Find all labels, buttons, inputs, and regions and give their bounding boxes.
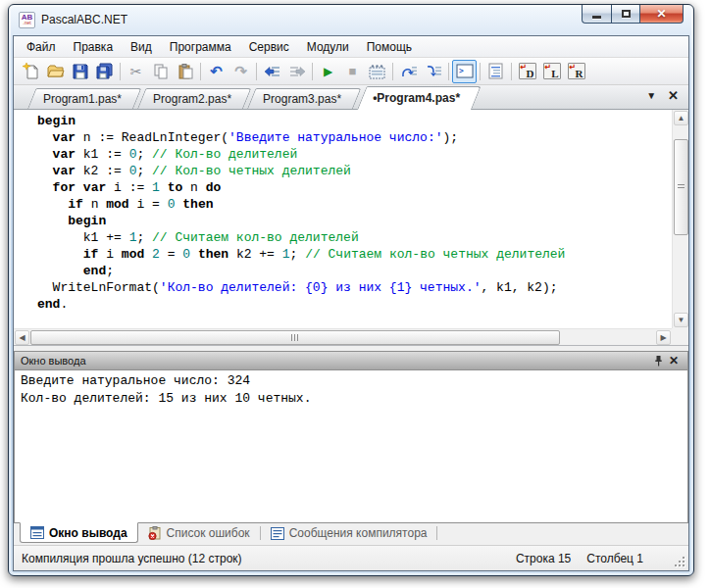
menu-help[interactable]: Помощь bbox=[358, 37, 421, 57]
menu-edit[interactable]: Правка bbox=[65, 37, 123, 57]
toolbar-separator bbox=[312, 63, 313, 80]
toolbar-separator bbox=[256, 63, 257, 80]
app-window: AB .net PascalABC.NET ✕ Файл Правка Вид … bbox=[8, 4, 694, 576]
new-file-button[interactable] bbox=[19, 60, 43, 83]
resize-grip[interactable] bbox=[673, 555, 685, 566]
toolbar-separator bbox=[448, 63, 449, 80]
output-window[interactable]: Введите натуральное число: 324Кол-во дел… bbox=[14, 370, 688, 523]
menu-service[interactable]: Сервис bbox=[240, 37, 298, 57]
status-column: Столбец 1 bbox=[586, 552, 643, 565]
close-button[interactable]: ✕ bbox=[640, 5, 684, 24]
copy-button[interactable] bbox=[148, 60, 173, 83]
tab-strip-controls: ▼ ✕ bbox=[646, 89, 679, 102]
vertical-scroll-thumb[interactable] bbox=[674, 139, 688, 235]
window-title: PascalABC.NET bbox=[41, 13, 127, 26]
status-message: Компиляция прошла успешно (12 строк) bbox=[22, 552, 242, 565]
status-bar: Компиляция прошла успешно (12 строк) Стр… bbox=[14, 545, 688, 570]
menu-program[interactable]: Программа bbox=[161, 37, 240, 57]
toggle-output-window-button[interactable]: > bbox=[452, 60, 477, 83]
step-into-button[interactable] bbox=[421, 60, 445, 83]
toolbar-separator bbox=[511, 63, 512, 80]
run-button[interactable]: ▶ bbox=[316, 60, 340, 83]
save-icon bbox=[72, 63, 89, 80]
save-button[interactable] bbox=[68, 60, 92, 83]
error-list-icon bbox=[148, 526, 162, 540]
step-into-icon bbox=[425, 64, 442, 79]
format-code-icon bbox=[488, 63, 503, 79]
tab-dropdown-icon[interactable]: ▼ bbox=[646, 90, 656, 101]
menu-file[interactable]: Файл bbox=[18, 37, 65, 57]
client-area: Файл Правка Вид Программа Сервис Модули … bbox=[13, 35, 689, 571]
minimize-button[interactable] bbox=[582, 5, 611, 24]
tab-program2[interactable]: Program2.pas* bbox=[137, 88, 245, 109]
redo-button[interactable]: ↷ bbox=[228, 60, 253, 83]
tab-program1[interactable]: Program1.pas* bbox=[27, 88, 135, 109]
copy-icon bbox=[153, 64, 169, 79]
app-icon: AB .net bbox=[19, 12, 35, 28]
menu-bar: Файл Правка Вид Программа Сервис Модули … bbox=[14, 36, 688, 58]
bottom-tab-separator bbox=[436, 526, 437, 540]
menu-modules[interactable]: Модули bbox=[298, 37, 358, 57]
editor-tab-strip: Program1.pas* Program2.pas* Program3.pas… bbox=[14, 85, 688, 109]
step-over-button[interactable] bbox=[396, 60, 421, 83]
compile-check-icon bbox=[369, 64, 385, 79]
nav-back-button[interactable] bbox=[260, 60, 284, 83]
app-icon-bottom: .net bbox=[23, 21, 30, 25]
step-over-icon bbox=[400, 64, 418, 79]
pin-button[interactable] bbox=[650, 354, 666, 368]
caret-position: Строка 15 Столбец 1 bbox=[516, 552, 643, 565]
scrollbar-corner bbox=[672, 328, 688, 345]
output-panel-title: Окно вывода bbox=[21, 355, 86, 367]
nav-back-icon bbox=[264, 64, 281, 79]
dotnet-l-icon: ↵L bbox=[543, 63, 561, 79]
tab-program3[interactable]: Program3.pas* bbox=[247, 88, 355, 109]
paste-button[interactable] bbox=[173, 60, 197, 83]
toolbar-separator bbox=[200, 63, 201, 80]
decompile-il-button[interactable]: ↵L bbox=[539, 60, 564, 83]
nav-forward-icon bbox=[288, 64, 306, 79]
cut-icon: ✂ bbox=[130, 65, 142, 78]
code-lines: begin var n := ReadLnInteger('Введите на… bbox=[37, 113, 672, 313]
decompile-r-button[interactable]: ↵R bbox=[564, 60, 588, 83]
dotnet-r-icon: ↵R bbox=[568, 63, 585, 79]
format-code-button[interactable] bbox=[483, 60, 508, 83]
code-editor[interactable]: begin var n := ReadLnInteger('Введите на… bbox=[14, 110, 672, 328]
scroll-right-icon[interactable]: ▶ bbox=[656, 330, 671, 345]
cut-button[interactable]: ✂ bbox=[124, 60, 148, 83]
output-tab-icon bbox=[30, 526, 44, 539]
toolbar-separator bbox=[120, 63, 121, 80]
menu-view[interactable]: Вид bbox=[122, 37, 161, 57]
output-close-icon: ✕ bbox=[669, 354, 679, 368]
close-icon: ✕ bbox=[656, 7, 666, 21]
scroll-up-icon[interactable]: ▲ bbox=[674, 111, 688, 125]
restore-button[interactable] bbox=[611, 5, 640, 24]
decompile-dotnet-button[interactable]: ↵D bbox=[515, 60, 539, 83]
editor-horizontal-scrollbar[interactable]: ◀ ▶ bbox=[14, 328, 672, 345]
editor-vertical-scrollbar[interactable]: ▲ ▼ bbox=[672, 110, 688, 328]
minimize-icon bbox=[592, 16, 601, 19]
bottom-tab-errors[interactable]: Список ошибок bbox=[138, 523, 260, 543]
scroll-left-icon[interactable]: ◀ bbox=[15, 330, 29, 345]
tab-program4[interactable]: •Program4.pas* bbox=[357, 86, 474, 109]
save-all-icon bbox=[96, 63, 114, 80]
scroll-down-icon[interactable]: ▼ bbox=[674, 313, 688, 327]
compiler-messages-icon bbox=[271, 527, 284, 540]
bottom-tab-output[interactable]: Окно вывода bbox=[20, 522, 138, 543]
output-lines: Введите натуральное число: 324Кол-во дел… bbox=[21, 372, 682, 408]
open-file-button[interactable] bbox=[43, 60, 68, 83]
dotnet-d-icon: ↵D bbox=[519, 63, 536, 79]
new-file-icon bbox=[23, 63, 40, 80]
save-all-button[interactable] bbox=[92, 60, 117, 83]
tab-close-icon[interactable]: ✕ bbox=[668, 89, 679, 102]
compile-check-button[interactable] bbox=[365, 60, 389, 83]
horizontal-scroll-thumb[interactable] bbox=[30, 330, 560, 345]
open-folder-icon bbox=[47, 63, 65, 80]
stop-button[interactable]: ■ bbox=[340, 60, 365, 83]
window-controls: ✕ bbox=[582, 5, 684, 24]
bottom-tab-strip: Окно вывода Список ошибок Сообщения комп… bbox=[14, 523, 688, 545]
output-close-button[interactable]: ✕ bbox=[666, 354, 682, 368]
nav-forward-button[interactable] bbox=[284, 60, 309, 83]
bottom-tab-compiler-messages[interactable]: Сообщения компилятора bbox=[261, 523, 437, 543]
undo-button[interactable]: ↶ bbox=[204, 60, 228, 83]
toolbar: ✂ ↶ ↷ bbox=[14, 58, 688, 85]
